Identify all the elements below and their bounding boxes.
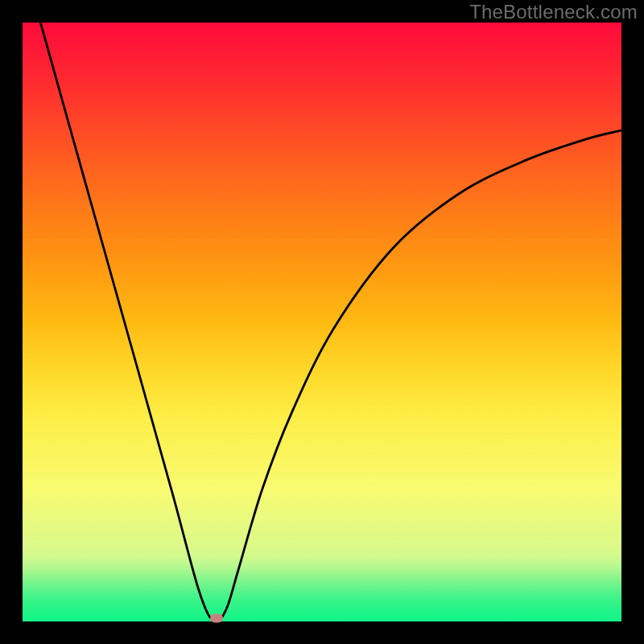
chart-frame: TheBottleneck.com bbox=[0, 0, 644, 644]
curve-layer bbox=[23, 23, 621, 621]
watermark-label: TheBottleneck.com bbox=[469, 1, 638, 23]
minimum-marker bbox=[210, 613, 223, 622]
bottleneck-curve bbox=[40, 23, 621, 622]
plot-area bbox=[23, 23, 621, 621]
